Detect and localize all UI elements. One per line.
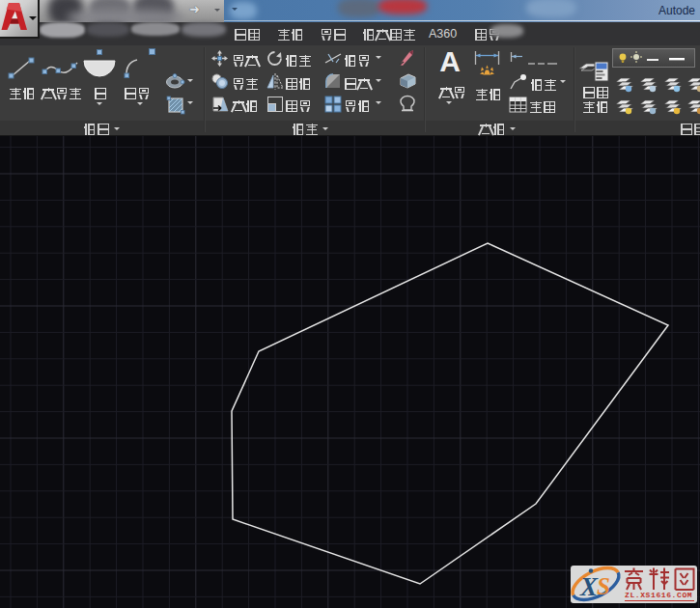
svg-text:X: X: [579, 572, 599, 601]
svg-text:S: S: [597, 573, 610, 599]
